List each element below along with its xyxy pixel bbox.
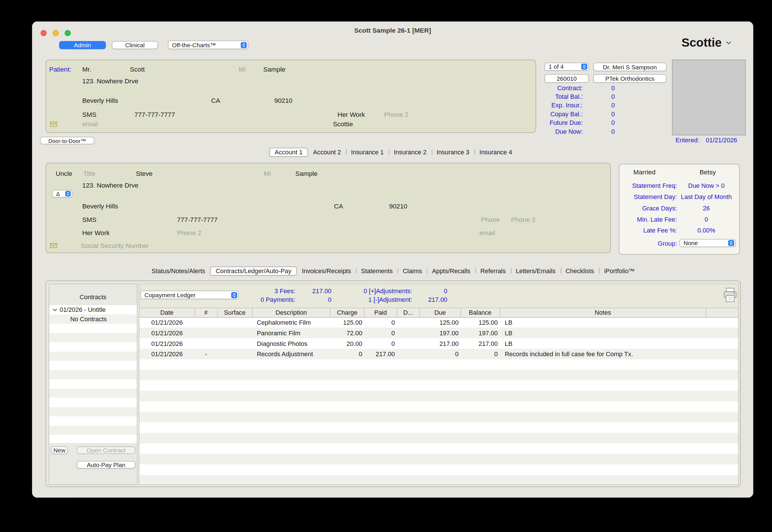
autopay-plan-button[interactable]: Auto-Pay Plan (77, 461, 135, 468)
contract-tree-child[interactable]: No Contracts (49, 314, 137, 324)
account-tab[interactable]: Account 1 (269, 147, 308, 157)
new-contract-button[interactable]: New (51, 446, 68, 454)
responsible-title-field[interactable]: Title (83, 170, 95, 178)
spouse-field[interactable]: Betsy (700, 168, 716, 176)
responsible-phone-type-label[interactable]: SMS (82, 216, 96, 224)
email-icon[interactable] (50, 122, 57, 127)
ledger-row[interactable]: 01/21/2026 Cephalometric Film 125.00 0 1… (139, 318, 739, 328)
responsible-zip-field[interactable]: 90210 (389, 202, 407, 210)
off-the-charts-dropdown[interactable]: Off-the-Charts™ (168, 41, 248, 49)
section-tab[interactable]: iPortfolio™ (599, 266, 640, 275)
account-tab[interactable]: Insurance 4 (474, 147, 517, 157)
ledger-column-header[interactable]: Paid (364, 308, 397, 317)
responsible-city-field[interactable]: Beverly Hills (82, 202, 118, 210)
responsible-address-field[interactable]: 123. Nowhere Drve (82, 182, 138, 190)
marital-status-field[interactable]: Married (633, 168, 655, 176)
patient-phone-field[interactable]: 777-777-7777 (134, 111, 175, 119)
patient-email-field[interactable]: email (82, 120, 98, 128)
responsible-first-name-field[interactable]: Steve (136, 170, 152, 178)
section-tab[interactable]: Checklists (560, 266, 599, 275)
responsible-phone-label[interactable]: Phone (481, 216, 500, 224)
section-tab-label: Letters/Emails (516, 267, 555, 275)
ledger-column-header[interactable]: Due (419, 308, 461, 317)
patient-state-field[interactable]: CA (211, 97, 221, 105)
account-tab[interactable]: Insurance 3 (432, 147, 474, 157)
patient-address-field[interactable]: 123. Nowhere Drve (82, 77, 138, 85)
responsible-phone2-field[interactable]: Phone 2 (177, 229, 202, 237)
section-tab[interactable]: Letters/Emails (511, 266, 560, 275)
responsible-email-field[interactable]: email (479, 229, 495, 237)
section-tab[interactable]: Invoices/Receipts (297, 266, 356, 275)
responsible-ssn-field[interactable]: Social Security Number (81, 242, 149, 250)
open-contract-button[interactable]: Open Contract (77, 446, 135, 454)
responsible-mi-field[interactable]: MI (264, 170, 271, 178)
billing-value[interactable]: 0 (677, 216, 736, 223)
ledger-column-header[interactable]: Balance (460, 308, 500, 317)
billing-value[interactable]: 0.00% (677, 227, 736, 234)
ledger-column-header[interactable]: Surface (217, 308, 253, 317)
ledger-cell-charge: 72.00 (330, 328, 364, 338)
admin-mode-button[interactable]: Admin (59, 41, 106, 49)
section-tab[interactable]: Appts/Recalls (427, 266, 475, 275)
section-tab[interactable]: Referrals (475, 266, 511, 275)
print-icon[interactable] (723, 287, 738, 303)
patient-nickname-field[interactable]: Scottie (333, 120, 353, 128)
section-tab[interactable]: Claims (398, 266, 427, 275)
patient-zip-field[interactable]: 90210 (274, 97, 292, 105)
billing-value[interactable]: Last Day of Month (677, 194, 736, 201)
ledger-column-header[interactable]: Date (139, 308, 195, 317)
patient-mi-field[interactable]: MI (239, 66, 246, 74)
account-tab[interactable]: Insurance 1 (346, 147, 389, 157)
ledger-column-header[interactable]: Notes (500, 308, 706, 317)
email-icon[interactable] (50, 243, 57, 248)
patient-work-type-label[interactable]: Her Work (338, 111, 365, 119)
account-tab[interactable]: Account 2 (308, 147, 346, 157)
responsible-phone-field[interactable]: 777-777-7777 (177, 216, 218, 224)
record-nav-dropdown[interactable]: 1 of 4 (545, 63, 589, 71)
balance-label: Future Due: (509, 119, 583, 127)
patient-photo-placeholder[interactable] (672, 60, 746, 135)
disclosure-chevron-icon[interactable] (53, 308, 57, 312)
balance-value: 0 (583, 93, 615, 101)
responsible-phone3-field[interactable]: Phone 3 (511, 216, 535, 224)
ledger-row[interactable]: 01/21/2026 Panoramic Film 72.00 0 197.00… (139, 328, 739, 338)
patient-last-name-field[interactable]: Sample (263, 66, 286, 74)
current-user-menu[interactable]: Scottie (682, 36, 731, 50)
section-tab-bar: Status/Notes/Alerts Contracts/Ledger/Aut… (46, 266, 741, 275)
delta-dropdown[interactable]: Δ (52, 190, 72, 197)
group-dropdown[interactable]: None (680, 239, 736, 247)
patient-phone-type-label[interactable]: SMS (82, 111, 96, 119)
section-tab[interactable]: Contracts/Ledger/Auto-Pay (210, 266, 297, 275)
ledger-column-header[interactable]: Charge (330, 308, 364, 317)
account-number-field[interactable]: 260010 (545, 74, 589, 83)
billing-rows: Statement Freq: Due Now > 0 Statement Da… (623, 180, 736, 236)
responsible-work-type-label[interactable]: Her Work (82, 229, 110, 237)
section-tab[interactable]: Status/Notes/Alerts (146, 266, 210, 275)
section-tab[interactable]: Statements (356, 266, 398, 275)
doctor-button[interactable]: Dr. Meri S Sampson (593, 63, 667, 71)
practice-button[interactable]: PTek Orthodontics (593, 74, 667, 83)
contract-tree-item[interactable]: 01/2026 - Untitle (49, 305, 137, 314)
door-to-door-button[interactable]: Door-to-Door™ (40, 137, 94, 144)
account-tab[interactable]: Insurance 2 (389, 147, 432, 157)
patient-title-field[interactable]: Mr. (82, 66, 91, 74)
billing-value[interactable]: 26 (677, 205, 736, 212)
responsible-state-field[interactable]: CA (334, 202, 343, 210)
patient-city-field[interactable]: Beverly Hills (82, 97, 118, 105)
ledger-column-header[interactable]: # (195, 308, 217, 317)
billing-row: Statement Freq: Due Now > 0 (623, 180, 736, 192)
billing-value[interactable]: Due Now > 0 (677, 182, 736, 190)
responsible-last-name-field[interactable]: Sample (296, 170, 318, 178)
ledger-column-header[interactable]: Description (253, 308, 330, 317)
patient-phone2-field[interactable]: Phone 2 (384, 111, 409, 119)
ledger-row[interactable]: 01/21/2026 - Records Adjustment 0 217.00… (139, 349, 739, 360)
ledger-row[interactable]: 01/21/2026 Diagnostic Photos 20.00 0 217… (139, 338, 739, 349)
balance-value: 0 (583, 111, 615, 118)
ledger-column-header[interactable]: D... (397, 308, 419, 317)
patient-first-name-field[interactable]: Scott (130, 66, 145, 74)
clinical-mode-button[interactable]: Clinical (112, 41, 158, 49)
relation-field[interactable]: Uncle (56, 170, 72, 178)
window-title: Scott Sample 26-1 [MER] (32, 27, 753, 34)
account-tab-label: Insurance 3 (437, 149, 469, 156)
ledger-cell-date: 01/21/2026 (139, 318, 195, 328)
